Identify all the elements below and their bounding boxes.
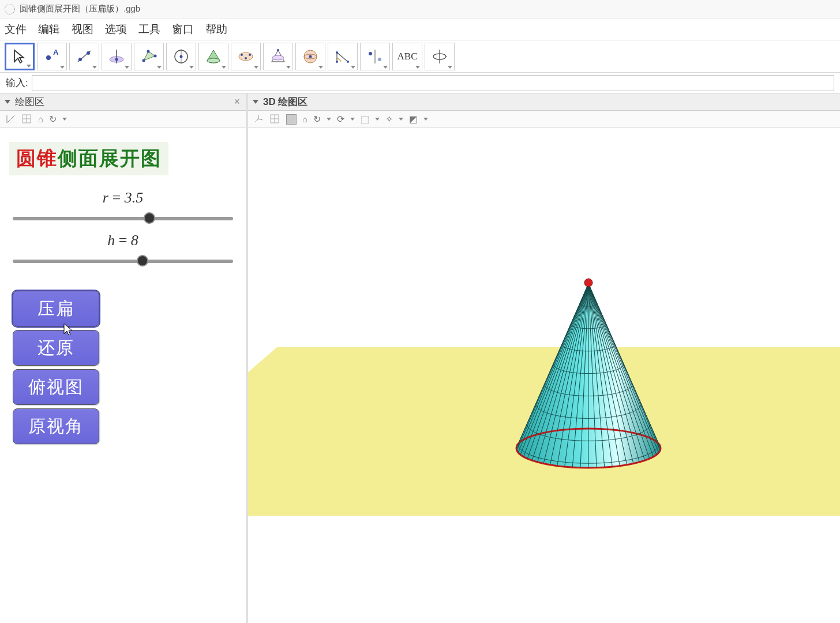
chevron-down-icon <box>383 66 388 69</box>
slider-r-label: r = 3.5 <box>13 189 233 207</box>
chevron-down-icon <box>448 66 452 69</box>
chevron-down-icon <box>254 66 258 69</box>
input-bar: 输入: <box>0 73 840 93</box>
tool-reflect[interactable] <box>360 43 390 70</box>
title-part1: 圆锥 <box>16 148 58 169</box>
undo-icon[interactable]: ↻ <box>313 114 321 125</box>
menu-tools[interactable]: 工具 <box>138 22 160 37</box>
svg-point-25 <box>336 61 338 63</box>
menu-bar: 文件 编辑 视图 选项 工具 窗口 帮助 <box>0 18 840 40</box>
input-field[interactable] <box>32 75 834 91</box>
title-bar: 圆锥侧面展开图（压扁版）.ggb <box>0 0 840 18</box>
menu-help[interactable]: 帮助 <box>205 22 227 37</box>
menu-view[interactable]: 视图 <box>72 22 93 37</box>
cone-figure <box>513 278 663 468</box>
panel-3d-sub-toolbar: ⌂ ↻ ⟳ ⬚ ✧ ◩ <box>248 111 840 128</box>
circle-icon <box>172 48 190 65</box>
chevron-down-icon <box>327 118 331 121</box>
svg-line-38 <box>258 119 262 120</box>
tool-text[interactable]: ABC <box>392 43 422 70</box>
slider-r-thumb[interactable] <box>144 212 155 224</box>
menu-file[interactable]: 文件 <box>5 22 27 37</box>
app-logo-icon <box>5 4 15 14</box>
grid-icon[interactable] <box>22 114 32 125</box>
tool-point[interactable]: A <box>37 43 67 70</box>
tool-move[interactable] <box>5 43 35 70</box>
panel-2d-header[interactable]: 绘图区 × <box>0 93 246 111</box>
panel-3d: 3D 绘图区 ⌂ ↻ ⟳ ⬚ ✧ ◩ <box>248 93 840 623</box>
chevron-down-icon <box>92 66 97 69</box>
grid-icon[interactable] <box>270 114 280 125</box>
projection-icon[interactable]: ◩ <box>409 114 418 125</box>
tool-polygon[interactable] <box>134 43 164 70</box>
rotate-icon[interactable]: ⟳ <box>337 114 344 125</box>
chevron-down-icon <box>157 66 162 69</box>
topview-button[interactable]: 俯视图 <box>13 369 99 405</box>
clip-icon[interactable]: ✧ <box>385 114 393 125</box>
chevron-down-icon <box>27 65 31 67</box>
resetview-button[interactable]: 原视角 <box>13 408 99 444</box>
home-icon[interactable]: ⌂ <box>38 114 43 124</box>
point-icon: A <box>43 48 61 65</box>
slider-h-track[interactable] <box>13 254 233 268</box>
svg-point-23 <box>309 55 312 58</box>
panel-3d-view[interactable] <box>248 128 840 623</box>
text-icon: ABC <box>397 51 418 62</box>
svg-point-19 <box>272 55 284 60</box>
axes-icon[interactable] <box>6 114 16 125</box>
chevron-down-icon <box>399 118 403 121</box>
chevron-down-icon <box>60 66 65 69</box>
chevron-down-icon <box>222 66 226 69</box>
menu-options[interactable]: 选项 <box>105 22 127 37</box>
axes3d-icon[interactable] <box>254 114 264 125</box>
svg-point-17 <box>245 57 247 59</box>
chevron-down-icon <box>415 66 420 69</box>
panel-2d: 绘图区 × ⌂ ↻ 圆锥侧面展开图 r = 3.5 <box>0 93 248 623</box>
slider-h-thumb[interactable] <box>137 255 148 267</box>
svg-point-10 <box>154 54 157 57</box>
undo-icon[interactable]: ↻ <box>49 114 57 125</box>
tool-angle[interactable] <box>328 43 358 70</box>
svg-point-8 <box>142 59 145 62</box>
svg-point-3 <box>78 58 82 61</box>
sphere-icon <box>302 48 319 65</box>
chevron-down-icon <box>62 118 67 121</box>
locus-icon <box>237 48 254 65</box>
flatten-button[interactable]: 压扁 <box>13 291 99 326</box>
tool-perpendicular[interactable] <box>102 43 132 70</box>
tool-locus[interactable] <box>231 43 261 70</box>
chevron-down-icon <box>125 66 129 69</box>
close-icon[interactable]: × <box>234 96 240 108</box>
home-icon[interactable]: ⌂ <box>302 114 308 124</box>
tool-intersect[interactable] <box>263 43 293 70</box>
svg-line-37 <box>255 119 258 122</box>
tool-line[interactable] <box>69 43 99 70</box>
tool-circle[interactable] <box>166 43 196 70</box>
reflect-icon <box>366 48 384 65</box>
angle-icon <box>334 48 351 65</box>
slider-r-track[interactable] <box>13 211 233 225</box>
svg-point-4 <box>87 51 90 55</box>
chevron-down-icon <box>189 66 194 69</box>
svg-point-13 <box>180 55 183 58</box>
restore-button[interactable]: 还原 <box>13 330 99 366</box>
window-title: 圆锥侧面展开图（压扁版）.ggb <box>20 3 140 14</box>
svg-point-29 <box>378 58 381 61</box>
capture-icon[interactable]: ⬚ <box>361 114 369 125</box>
menu-window[interactable]: 窗口 <box>172 22 194 37</box>
rotate3d-icon <box>431 48 448 65</box>
menu-edit[interactable]: 编辑 <box>38 22 60 37</box>
chevron-down-icon <box>253 100 258 104</box>
cursor-icon <box>12 49 27 64</box>
slider-h-label: h = 8 <box>13 232 233 249</box>
svg-point-9 <box>147 50 150 52</box>
tool-sphere[interactable] <box>295 43 325 70</box>
input-label: 输入: <box>6 76 28 89</box>
panel-3d-header[interactable]: 3D 绘图区 <box>248 93 840 111</box>
chevron-down-icon <box>423 118 428 121</box>
plane-icon[interactable] <box>286 114 297 125</box>
tool-bar: A ABC <box>0 40 840 73</box>
tool-rotate3d[interactable] <box>425 43 455 70</box>
tool-conic[interactable] <box>198 43 228 70</box>
workspace: 绘图区 × ⌂ ↻ 圆锥侧面展开图 r = 3.5 <box>0 93 840 623</box>
